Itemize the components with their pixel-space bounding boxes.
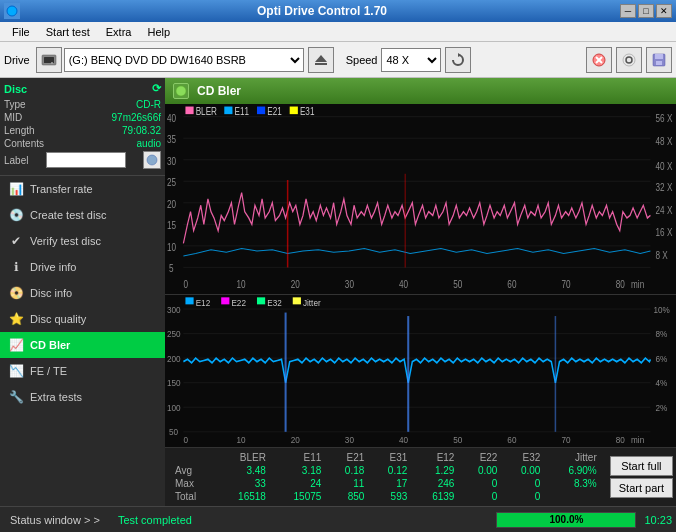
refresh-button[interactable] — [445, 47, 471, 73]
col-header-e12: E12 — [413, 452, 458, 463]
svg-rect-14 — [656, 61, 662, 65]
svg-text:32 X: 32 X — [656, 183, 673, 194]
svg-text:200: 200 — [167, 353, 181, 364]
svg-point-3 — [51, 62, 53, 64]
col-header-jitter: Jitter — [546, 452, 600, 463]
sidebar-item-verify-test-disc[interactable]: ✔ Verify test disc — [0, 228, 165, 254]
erase-button[interactable] — [586, 47, 612, 73]
main-content: Disc ⟳ Type CD-R MID 97m26s66f Length 79… — [0, 78, 676, 506]
sidebar-item-disc-quality[interactable]: ⭐ Disc quality — [0, 306, 165, 332]
svg-text:5: 5 — [169, 264, 174, 275]
window-title: Opti Drive Control 1.70 — [24, 4, 620, 18]
disc-label-row: Label — [4, 151, 161, 169]
svg-text:8 X: 8 X — [656, 250, 668, 261]
sidebar-item-label: Transfer rate — [30, 183, 93, 195]
sidebar-item-label: CD Bler — [30, 339, 70, 351]
svg-text:24 X: 24 X — [656, 205, 673, 216]
drive-icon-btn[interactable] — [36, 47, 62, 73]
disc-type-row: Type CD-R — [4, 99, 161, 110]
disc-header: Disc ⟳ — [4, 82, 161, 95]
speed-select[interactable]: 48 X — [381, 48, 441, 72]
save-button[interactable] — [646, 47, 672, 73]
sidebar: Disc ⟳ Type CD-R MID 97m26s66f Length 79… — [0, 78, 165, 506]
menu-help[interactable]: Help — [139, 24, 178, 40]
sidebar-item-cd-bler[interactable]: 📈 CD Bler — [0, 332, 165, 358]
sidebar-item-fe-te[interactable]: 📉 FE / TE — [0, 358, 165, 384]
refresh-disc-icon[interactable]: ⟳ — [152, 82, 161, 95]
disc-section: Disc ⟳ Type CD-R MID 97m26s66f Length 79… — [0, 78, 165, 176]
cd-bler-icon: 📈 — [8, 337, 24, 353]
window-controls: ─ □ ✕ — [620, 4, 672, 18]
svg-text:56 X: 56 X — [656, 113, 673, 124]
sidebar-item-label: FE / TE — [30, 365, 67, 377]
progress-text: 100.0% — [497, 513, 635, 527]
svg-text:150: 150 — [167, 378, 181, 389]
stats-table-area: BLER E11 E21 E31 E12 E22 E32 Jitter Avg — [165, 448, 607, 506]
start-full-button[interactable]: Start full — [610, 456, 673, 476]
speed-label: Speed — [346, 54, 378, 66]
chart-icon — [173, 83, 189, 99]
drive-label: Drive — [4, 54, 30, 66]
status-window-button[interactable]: Status window > > — [4, 512, 106, 528]
svg-text:E11: E11 — [234, 107, 249, 118]
sidebar-item-label: Drive info — [30, 261, 76, 273]
svg-rect-55 — [257, 107, 265, 115]
stats-row-avg: Avg 3.48 3.18 0.18 0.12 1.29 0.00 0.00 6… — [171, 465, 601, 476]
svg-text:0: 0 — [183, 435, 188, 446]
svg-rect-2 — [44, 57, 54, 63]
svg-text:60: 60 — [507, 435, 516, 446]
label-icon-button[interactable] — [143, 151, 161, 169]
svg-text:250: 250 — [167, 329, 181, 340]
svg-marker-4 — [315, 55, 327, 62]
label-input[interactable] — [46, 152, 126, 168]
start-part-button[interactable]: Start part — [610, 478, 673, 498]
svg-point-16 — [176, 86, 186, 96]
menu-bar: File Start test Extra Help — [0, 22, 676, 42]
svg-point-10 — [626, 57, 632, 63]
menu-extra[interactable]: Extra — [98, 24, 140, 40]
sidebar-item-create-test-disc[interactable]: 💿 Create test disc — [0, 202, 165, 228]
sidebar-item-label: Verify test disc — [30, 235, 101, 247]
sidebar-item-extra-tests[interactable]: 🔧 Extra tests — [0, 384, 165, 410]
stats-row-total: Total 16518 15075 850 593 6139 0 0 — [171, 491, 601, 502]
sidebar-item-drive-info[interactable]: ℹ Drive info — [0, 254, 165, 280]
sidebar-item-transfer-rate[interactable]: 📊 Transfer rate — [0, 176, 165, 202]
svg-rect-89 — [185, 297, 193, 304]
svg-text:80: 80 — [616, 279, 625, 290]
menu-start-test[interactable]: Start test — [38, 24, 98, 40]
app-icon — [4, 3, 20, 19]
eject-button[interactable] — [308, 47, 334, 73]
drive-select[interactable]: (G:) BENQ DVD DD DW1640 BSRB — [64, 48, 304, 72]
progress-bar-container: 100.0% — [496, 512, 636, 528]
col-header-e32: E32 — [503, 452, 544, 463]
svg-text:20: 20 — [291, 435, 300, 446]
menu-file[interactable]: File — [4, 24, 38, 40]
svg-rect-51 — [185, 107, 193, 115]
svg-rect-53 — [224, 107, 232, 115]
create-test-disc-icon: 💿 — [8, 207, 24, 223]
settings-button[interactable] — [616, 47, 642, 73]
svg-point-11 — [623, 54, 635, 66]
close-button[interactable]: ✕ — [656, 4, 672, 18]
stats-row-max: Max 33 24 11 17 246 0 0 8.3% — [171, 478, 601, 489]
svg-text:40: 40 — [167, 113, 176, 124]
svg-text:0: 0 — [183, 279, 188, 290]
svg-text:E32: E32 — [267, 297, 282, 308]
svg-text:40: 40 — [399, 279, 408, 290]
minimize-button[interactable]: ─ — [620, 4, 636, 18]
svg-text:10: 10 — [237, 435, 246, 446]
disc-info-icon: 📀 — [8, 285, 24, 301]
drive-info-icon: ℹ — [8, 259, 24, 275]
maximize-button[interactable]: □ — [638, 4, 654, 18]
svg-text:10: 10 — [167, 242, 176, 253]
svg-rect-61 — [165, 295, 676, 447]
col-header-e21: E21 — [327, 452, 368, 463]
svg-rect-17 — [165, 104, 676, 294]
svg-rect-91 — [221, 297, 229, 304]
svg-text:30: 30 — [167, 156, 176, 167]
sidebar-item-disc-info[interactable]: 📀 Disc info — [0, 280, 165, 306]
col-header-e31: E31 — [370, 452, 411, 463]
svg-text:E21: E21 — [267, 107, 282, 118]
col-header-bler: BLER — [216, 452, 269, 463]
svg-text:4%: 4% — [656, 378, 668, 389]
